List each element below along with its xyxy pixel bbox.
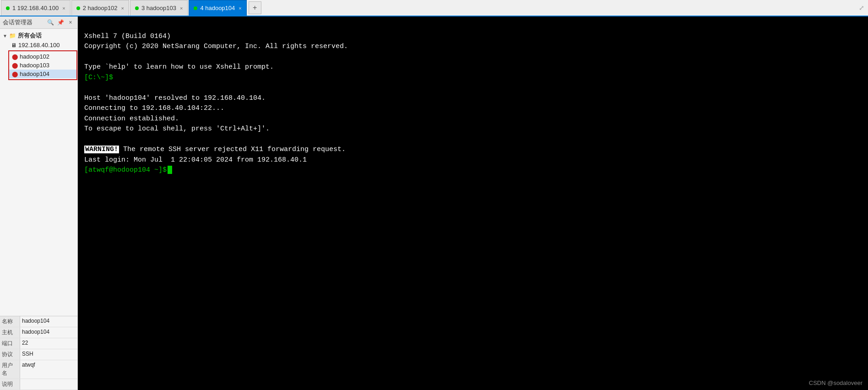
properties-panel: 名称 hadoop104 主机 hadoop104 端口 22 协议 SSH 用… <box>0 316 77 390</box>
resize-icon: ⤢ <box>859 4 864 11</box>
terminal-last-login: Last login: Mon Jul 1 22:04:05 2024 from… <box>84 156 307 164</box>
prop-key-desc: 说明 <box>0 379 20 390</box>
tab-close-2[interactable]: × <box>121 5 124 11</box>
tab-dot-1 <box>6 6 10 10</box>
tab-dot-3 <box>135 6 139 10</box>
prop-val-username: atwqf <box>20 360 37 379</box>
tree-all-sessions[interactable]: ▼ 📁 所有会话 <box>0 31 77 41</box>
tab-label-1: 1 192.168.40.100 <box>12 5 59 11</box>
tab-label-4: 4 hadoop104 <box>200 5 235 11</box>
prop-desc: 说明 <box>0 379 77 390</box>
tab-dot-4 <box>194 6 197 10</box>
prop-host: 主机 hadoop104 <box>0 327 77 338</box>
folder-icon: 📁 <box>9 32 16 39</box>
tab-hadoop102[interactable]: 2 hadoop102 × <box>71 0 129 16</box>
tab-192[interactable]: 1 192.168.40.100 × <box>1 0 71 16</box>
prop-val-desc <box>20 379 24 390</box>
pin-icon[interactable]: 📌 <box>56 18 65 27</box>
tab-bar: 1 192.168.40.100 × 2 hadoop102 × 3 hadoo… <box>0 0 868 16</box>
sidebar: 会话管理器 🔍 📌 × ▼ 📁 所有会话 🖥 192.168.40.100 <box>0 16 78 390</box>
main-area: 会话管理器 🔍 📌 × ▼ 📁 所有会话 🖥 192.168.40.100 <box>0 16 868 390</box>
tab-close-4[interactable]: × <box>239 5 241 11</box>
tab-label-3: 3 hadoop103 <box>141 5 176 11</box>
server-icon-103: ⬤ <box>12 62 18 69</box>
terminal-prompt1: [C:\~]$ <box>84 74 113 81</box>
prop-protocol: 协议 SSH <box>0 349 77 360</box>
terminal-line4: Type `help' to learn how to use Xshell p… <box>84 63 274 71</box>
tree-hadoop103[interactable]: ⬤ hadoop103 <box>9 61 76 70</box>
tree-hadoop104[interactable]: ⬤ hadoop104 <box>9 70 76 78</box>
hadoop102-label: hadoop102 <box>20 53 49 60</box>
terminal-line6: Host 'hadoop104' resolved to 192.168.40.… <box>84 94 266 102</box>
hadoop104-label: hadoop104 <box>20 70 49 77</box>
prop-name: 名称 hadoop104 <box>0 316 77 327</box>
prop-key-protocol: 协议 <box>0 349 20 360</box>
terminal-line1: Xshell 7 (Build 0164) <box>84 32 171 40</box>
tab-close-1[interactable]: × <box>62 5 65 11</box>
prop-port: 端口 22 <box>0 338 77 349</box>
terminal-line2: Copyright (c) 2020 NetSarang Computer, I… <box>84 43 348 50</box>
server-icon-104: ⬤ <box>12 71 18 77</box>
terminal[interactable]: Xshell 7 (Build 0164) Copyright (c) 2020… <box>78 16 868 390</box>
sidebar-header-icons: 🔍 📌 × <box>46 18 75 27</box>
prop-key-host: 主机 <box>0 327 20 338</box>
sidebar-header: 会话管理器 🔍 📌 × <box>0 16 77 29</box>
terminal-line7: Connecting to 192.168.40.104:22... <box>84 104 224 112</box>
hadoop103-label: hadoop103 <box>20 62 49 69</box>
prop-val-name: hadoop104 <box>20 316 51 327</box>
terminal-line8: Connection established. <box>84 115 179 123</box>
tree-ip[interactable]: 🖥 192.168.40.100 <box>8 41 77 49</box>
tab-dot-2 <box>76 6 80 10</box>
monitor-icon: 🖥 <box>11 42 16 49</box>
search-icon[interactable]: 🔍 <box>46 18 54 27</box>
tab-hadoop104[interactable]: 4 hadoop104 × <box>189 0 246 16</box>
sidebar-title: 会话管理器 <box>3 18 33 27</box>
tree-hadoop102[interactable]: ⬤ hadoop102 <box>9 52 76 61</box>
sidebar-tree: ▼ 📁 所有会话 🖥 192.168.40.100 ⬤ hadoop102 ⬤ <box>0 29 77 316</box>
server-icon-102: ⬤ <box>12 54 18 60</box>
tab-bar-right: ⤢ <box>859 4 868 11</box>
terminal-warning-label: WARNING! <box>84 146 119 153</box>
close-icon[interactable]: × <box>66 18 75 27</box>
tab-label-2: 2 hadoop102 <box>83 5 118 11</box>
tree-arrow-all: ▼ <box>3 33 7 38</box>
prop-val-port: 22 <box>20 338 30 349</box>
all-sessions-label: 所有会话 <box>18 32 42 40</box>
terminal-line9: To escape to local shell, press 'Ctrl+Al… <box>84 125 270 133</box>
add-tab-button[interactable]: + <box>249 1 261 14</box>
ip-label: 192.168.40.100 <box>18 42 60 49</box>
terminal-warning-rest: The remote SSH server rejected X11 forwa… <box>119 146 346 153</box>
prop-val-protocol: SSH <box>20 349 35 360</box>
prop-val-host: hadoop104 <box>20 327 51 338</box>
prop-key-name: 名称 <box>0 316 20 327</box>
tab-hadoop103[interactable]: 3 hadoop103 × <box>130 0 188 16</box>
prop-key-port: 端口 <box>0 338 20 349</box>
terminal-cursor <box>168 166 172 174</box>
terminal-prompt2: [atwqf@hodoop104 ~]$ <box>84 166 167 174</box>
prop-key-username: 用户名 <box>0 360 20 379</box>
prop-username: 用户名 atwqf <box>0 360 77 379</box>
tab-close-3[interactable]: × <box>180 5 183 11</box>
